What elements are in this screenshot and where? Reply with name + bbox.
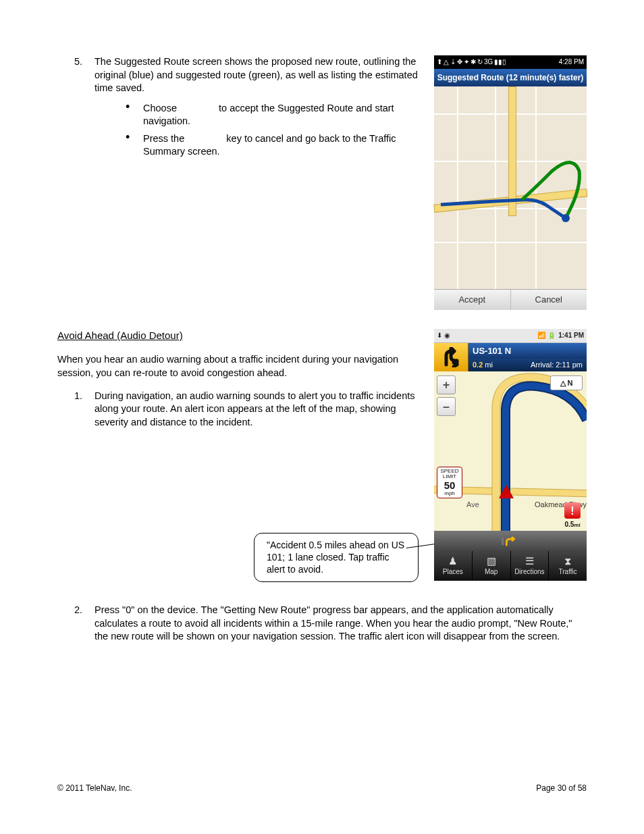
step-2-text: Press "0" on the device. The "Getting Ne… (95, 604, 572, 642)
tab-directions[interactable]: ☰Directions (510, 551, 549, 581)
status-icons-left: ⬇ ◉ (437, 331, 450, 340)
step-number-2: 2 (74, 604, 82, 617)
bottom-tab-bar: ♟Places ▧Map ☰Directions ⧗Traffic (434, 551, 587, 581)
distance-unit: mi (485, 361, 493, 369)
screenshot-suggested-route: ⬆△⇣✥✦✱↻3G▮▮▯ 4:28 PM Suggested Route (12… (434, 55, 587, 310)
footer-copyright: © 2011 TeleNav, Inc. (57, 783, 132, 793)
status-bar: ⬇ ◉ 📶 🔋1:41 PM (434, 329, 587, 343)
speed-limit-sign: SPEED LIMIT 50 mph (437, 467, 462, 498)
next-turn-preview[interactable] (434, 531, 587, 551)
route-overlay (434, 86, 587, 289)
zoom-in-button[interactable]: + (437, 375, 456, 394)
compass-indicator[interactable]: △N (550, 375, 583, 390)
turn-arrow-icon (434, 343, 468, 371)
bullet-accept: Choose to accept the Suggested Route and… (95, 102, 425, 128)
traffic-icon: ⧗ (564, 556, 572, 566)
status-clock: 4:28 PM (559, 57, 584, 67)
traffic-alert-icon[interactable]: ! 0.5mi (561, 502, 584, 529)
step-number-5: 5 (74, 55, 82, 69)
bullet-cancel: Press the key to cancel and go back to t… (95, 132, 425, 159)
map-view[interactable] (434, 86, 587, 289)
current-road: US-101 N (468, 343, 587, 359)
screenshot-navigation: ⬇ ◉ 📶 🔋1:41 PM US-101 N 0.2 mi Arrival: … (434, 329, 587, 581)
warning-triangle-icon: ! (564, 502, 581, 519)
step-number-1: 1 (74, 390, 82, 403)
section-heading-avoid-ahead: Avoid Ahead (Audio Detour) (57, 329, 425, 342)
directions-icon: ☰ (525, 556, 534, 566)
svg-point-0 (562, 214, 570, 222)
avoid-ahead-intro: When you hear an audio warning about a t… (57, 353, 425, 380)
step-1-text: During navigation, an audio warning soun… (95, 390, 415, 427)
tab-map[interactable]: ▧Map (472, 551, 510, 581)
status-icons: ⬆△⇣✥✦✱↻3G▮▮▯ (437, 57, 508, 67)
status-clock: 1:41 PM (558, 332, 584, 339)
vehicle-icon (499, 485, 514, 498)
cross-street-left: Ave (466, 500, 479, 510)
footer-page-number: Page 30 of 58 (536, 783, 587, 793)
accept-button[interactable]: Accept (434, 290, 510, 310)
step-5-text: The Suggested Route screen shows the pro… (95, 56, 418, 93)
nav-map-view[interactable]: + – △N SPEED LIMIT 50 mph Ave Oakmead Pk… (434, 371, 587, 551)
tab-traffic[interactable]: ⧗Traffic (548, 551, 587, 581)
status-icons-right: 📶 🔋 (537, 332, 556, 339)
places-icon: ♟ (448, 556, 457, 566)
suggested-route-title: Suggested Route (12 minute(s) faster) (434, 69, 587, 86)
audio-callout: "Accident 0.5 miles ahead on US 101; 1 l… (254, 533, 419, 582)
map-icon: ▧ (487, 556, 496, 566)
distance-value: 0.2 (473, 361, 483, 369)
tab-places[interactable]: ♟Places (434, 551, 472, 581)
zoom-out-button[interactable]: – (437, 397, 456, 416)
arrival-time: Arrival: 2:11 pm (531, 360, 583, 370)
cancel-button[interactable]: Cancel (510, 290, 587, 310)
status-bar: ⬆△⇣✥✦✱↻3G▮▮▯ 4:28 PM (434, 55, 587, 69)
